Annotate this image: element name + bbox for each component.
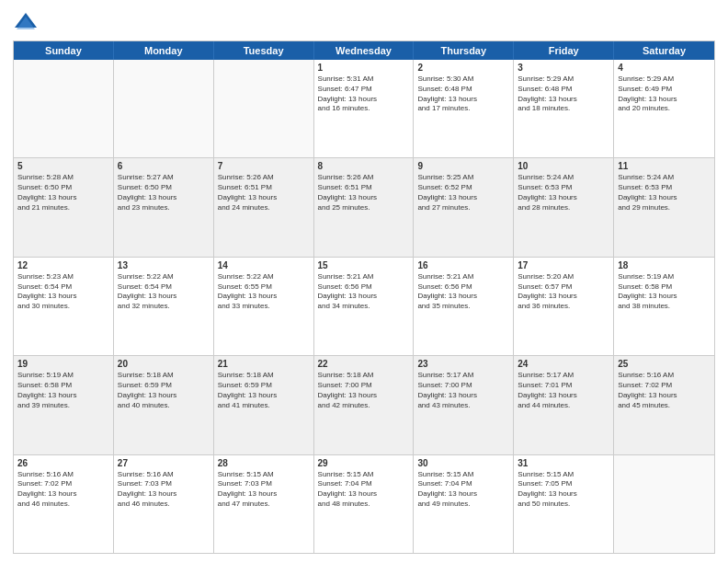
cal-cell: 3Sunrise: 5:29 AM Sunset: 6:48 PM Daylig… bbox=[514, 60, 614, 157]
cell-info: Sunrise: 5:22 AM Sunset: 6:55 PM Dayligh… bbox=[218, 272, 310, 312]
calendar-header: SundayMondayTuesdayWednesdayThursdayFrid… bbox=[14, 41, 714, 60]
day-number: 28 bbox=[218, 458, 310, 468]
cell-info: Sunrise: 5:30 AM Sunset: 6:48 PM Dayligh… bbox=[417, 75, 509, 114]
cell-info: Sunrise: 5:19 AM Sunset: 6:58 PM Dayligh… bbox=[17, 371, 109, 410]
cal-week-4: 19Sunrise: 5:19 AM Sunset: 6:58 PM Dayli… bbox=[14, 356, 714, 454]
cal-cell: 23Sunrise: 5:17 AM Sunset: 7:00 PM Dayli… bbox=[414, 356, 514, 454]
cal-cell: 15Sunrise: 5:21 AM Sunset: 6:56 PM Dayli… bbox=[314, 258, 415, 355]
cell-info: Sunrise: 5:22 AM Sunset: 6:54 PM Dayligh… bbox=[118, 272, 210, 312]
cell-info: Sunrise: 5:26 AM Sunset: 6:51 PM Dayligh… bbox=[318, 173, 410, 213]
calendar: SundayMondayTuesdayWednesdayThursdayFrid… bbox=[13, 40, 715, 554]
cell-info: Sunrise: 5:31 AM Sunset: 6:47 PM Dayligh… bbox=[318, 75, 410, 114]
cal-cell: 25Sunrise: 5:16 AM Sunset: 7:02 PM Dayli… bbox=[614, 356, 714, 454]
page: SundayMondayTuesdayWednesdayThursdayFrid… bbox=[0, 0, 728, 563]
cal-cell: 26Sunrise: 5:16 AM Sunset: 7:02 PM Dayli… bbox=[14, 455, 114, 553]
cell-info: Sunrise: 5:18 AM Sunset: 6:59 PM Dayligh… bbox=[218, 371, 310, 410]
day-number: 8 bbox=[318, 161, 410, 171]
cell-info: Sunrise: 5:23 AM Sunset: 6:54 PM Dayligh… bbox=[17, 272, 109, 312]
cal-cell: 14Sunrise: 5:22 AM Sunset: 6:55 PM Dayli… bbox=[214, 258, 314, 355]
cal-cell bbox=[14, 60, 114, 157]
cal-week-5: 26Sunrise: 5:16 AM Sunset: 7:02 PM Dayli… bbox=[14, 455, 714, 553]
cal-header-wednesday: Wednesday bbox=[314, 41, 415, 60]
cell-info: Sunrise: 5:18 AM Sunset: 6:59 PM Dayligh… bbox=[118, 371, 210, 410]
cell-info: Sunrise: 5:24 AM Sunset: 6:53 PM Dayligh… bbox=[518, 173, 609, 213]
cal-week-1: 1Sunrise: 5:31 AM Sunset: 6:47 PM Daylig… bbox=[14, 60, 714, 158]
day-number: 26 bbox=[17, 458, 109, 468]
cal-cell: 12Sunrise: 5:23 AM Sunset: 6:54 PM Dayli… bbox=[14, 258, 114, 355]
cal-header-saturday: Saturday bbox=[614, 41, 714, 60]
day-number: 10 bbox=[518, 161, 609, 171]
cal-cell: 6Sunrise: 5:27 AM Sunset: 6:50 PM Daylig… bbox=[114, 158, 214, 256]
cal-week-3: 12Sunrise: 5:23 AM Sunset: 6:54 PM Dayli… bbox=[14, 258, 714, 356]
cell-info: Sunrise: 5:21 AM Sunset: 6:56 PM Dayligh… bbox=[318, 272, 410, 312]
cell-info: Sunrise: 5:16 AM Sunset: 7:03 PM Dayligh… bbox=[118, 470, 210, 510]
day-number: 7 bbox=[218, 161, 310, 171]
cal-week-2: 5Sunrise: 5:28 AM Sunset: 6:50 PM Daylig… bbox=[14, 158, 714, 257]
logo bbox=[13, 9, 42, 35]
cell-info: Sunrise: 5:24 AM Sunset: 6:53 PM Dayligh… bbox=[618, 173, 711, 213]
day-number: 1 bbox=[318, 63, 410, 73]
cell-info: Sunrise: 5:16 AM Sunset: 7:02 PM Dayligh… bbox=[618, 371, 711, 410]
cal-header-thursday: Thursday bbox=[414, 41, 514, 60]
day-number: 19 bbox=[17, 359, 109, 369]
day-number: 2 bbox=[417, 63, 509, 73]
cal-header-friday: Friday bbox=[514, 41, 614, 60]
cell-info: Sunrise: 5:28 AM Sunset: 6:50 PM Dayligh… bbox=[17, 173, 109, 213]
cell-info: Sunrise: 5:29 AM Sunset: 6:48 PM Dayligh… bbox=[518, 75, 609, 114]
day-number: 27 bbox=[118, 458, 210, 468]
cal-cell: 18Sunrise: 5:19 AM Sunset: 6:58 PM Dayli… bbox=[614, 258, 714, 355]
cal-cell: 16Sunrise: 5:21 AM Sunset: 6:56 PM Dayli… bbox=[414, 258, 514, 355]
cal-cell bbox=[114, 60, 214, 157]
day-number: 11 bbox=[618, 161, 711, 171]
cal-cell: 13Sunrise: 5:22 AM Sunset: 6:54 PM Dayli… bbox=[114, 258, 214, 355]
cal-cell: 22Sunrise: 5:18 AM Sunset: 7:00 PM Dayli… bbox=[314, 356, 415, 454]
day-number: 17 bbox=[518, 260, 609, 270]
cell-info: Sunrise: 5:25 AM Sunset: 6:52 PM Dayligh… bbox=[417, 173, 509, 213]
day-number: 14 bbox=[218, 260, 310, 270]
cal-cell: 21Sunrise: 5:18 AM Sunset: 6:59 PM Dayli… bbox=[214, 356, 314, 454]
day-number: 25 bbox=[618, 359, 711, 369]
cal-cell: 28Sunrise: 5:15 AM Sunset: 7:03 PM Dayli… bbox=[214, 455, 314, 553]
calendar-body: 1Sunrise: 5:31 AM Sunset: 6:47 PM Daylig… bbox=[14, 60, 714, 553]
cal-cell: 20Sunrise: 5:18 AM Sunset: 6:59 PM Dayli… bbox=[114, 356, 214, 454]
day-number: 20 bbox=[118, 359, 210, 369]
cal-cell: 11Sunrise: 5:24 AM Sunset: 6:53 PM Dayli… bbox=[614, 158, 714, 256]
cell-info: Sunrise: 5:16 AM Sunset: 7:02 PM Dayligh… bbox=[17, 470, 109, 510]
cal-header-sunday: Sunday bbox=[14, 41, 114, 60]
cal-header-tuesday: Tuesday bbox=[214, 41, 314, 60]
cal-cell: 24Sunrise: 5:17 AM Sunset: 7:01 PM Dayli… bbox=[514, 356, 614, 454]
cell-info: Sunrise: 5:17 AM Sunset: 7:00 PM Dayligh… bbox=[417, 371, 509, 410]
day-number: 23 bbox=[417, 359, 509, 369]
day-number: 9 bbox=[417, 161, 509, 171]
cell-info: Sunrise: 5:15 AM Sunset: 7:04 PM Dayligh… bbox=[318, 470, 410, 510]
day-number: 4 bbox=[618, 63, 711, 73]
cal-cell bbox=[614, 455, 714, 553]
cell-info: Sunrise: 5:19 AM Sunset: 6:58 PM Dayligh… bbox=[618, 272, 711, 312]
day-number: 13 bbox=[118, 260, 210, 270]
cell-info: Sunrise: 5:15 AM Sunset: 7:03 PM Dayligh… bbox=[218, 470, 310, 510]
day-number: 24 bbox=[518, 359, 609, 369]
cell-info: Sunrise: 5:26 AM Sunset: 6:51 PM Dayligh… bbox=[218, 173, 310, 213]
cal-cell: 2Sunrise: 5:30 AM Sunset: 6:48 PM Daylig… bbox=[414, 60, 514, 157]
cell-info: Sunrise: 5:15 AM Sunset: 7:05 PM Dayligh… bbox=[518, 470, 609, 510]
day-number: 15 bbox=[318, 260, 410, 270]
cal-cell: 30Sunrise: 5:15 AM Sunset: 7:04 PM Dayli… bbox=[414, 455, 514, 553]
cal-cell: 27Sunrise: 5:16 AM Sunset: 7:03 PM Dayli… bbox=[114, 455, 214, 553]
cal-cell: 9Sunrise: 5:25 AM Sunset: 6:52 PM Daylig… bbox=[414, 158, 514, 256]
cell-info: Sunrise: 5:17 AM Sunset: 7:01 PM Dayligh… bbox=[518, 371, 609, 410]
cal-cell: 5Sunrise: 5:28 AM Sunset: 6:50 PM Daylig… bbox=[14, 158, 114, 256]
day-number: 12 bbox=[17, 260, 109, 270]
cal-cell bbox=[214, 60, 314, 157]
cal-cell: 8Sunrise: 5:26 AM Sunset: 6:51 PM Daylig… bbox=[314, 158, 415, 256]
day-number: 21 bbox=[218, 359, 310, 369]
logo-icon bbox=[13, 9, 39, 35]
cell-info: Sunrise: 5:18 AM Sunset: 7:00 PM Dayligh… bbox=[318, 371, 410, 410]
cal-cell: 10Sunrise: 5:24 AM Sunset: 6:53 PM Dayli… bbox=[514, 158, 614, 256]
cell-info: Sunrise: 5:29 AM Sunset: 6:49 PM Dayligh… bbox=[618, 75, 711, 114]
day-number: 18 bbox=[618, 260, 711, 270]
cal-cell: 1Sunrise: 5:31 AM Sunset: 6:47 PM Daylig… bbox=[314, 60, 415, 157]
cal-cell: 19Sunrise: 5:19 AM Sunset: 6:58 PM Dayli… bbox=[14, 356, 114, 454]
day-number: 22 bbox=[318, 359, 410, 369]
cell-info: Sunrise: 5:21 AM Sunset: 6:56 PM Dayligh… bbox=[417, 272, 509, 312]
day-number: 3 bbox=[518, 63, 609, 73]
